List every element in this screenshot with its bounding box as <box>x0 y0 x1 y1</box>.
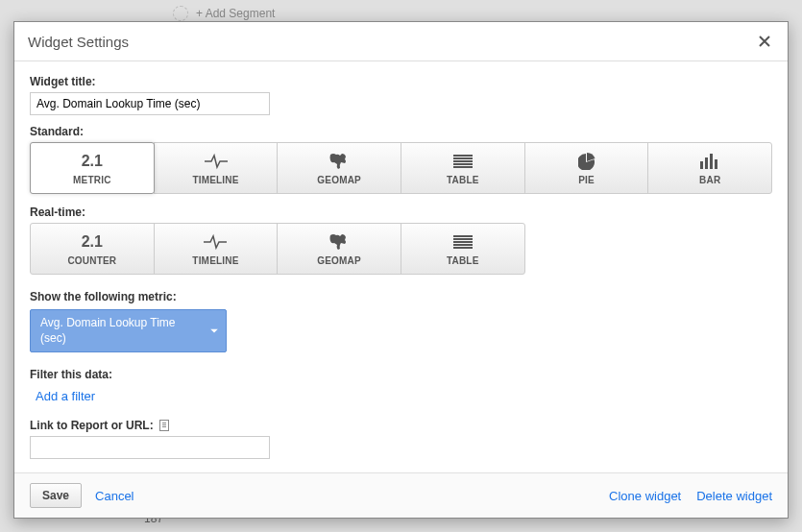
table-icon <box>453 231 473 253</box>
type-rt-table[interactable]: TABLE <box>401 223 525 275</box>
svg-rect-13 <box>453 247 473 249</box>
metric-select[interactable]: Avg. Domain Lookup Time (sec) <box>30 309 227 352</box>
type-caption: GEOMAP <box>317 175 361 185</box>
link-report-label: Link to Report or URL: <box>30 419 154 432</box>
svg-rect-10 <box>453 238 473 240</box>
type-rt-timeline[interactable]: TIMELINE <box>154 223 279 275</box>
geomap-icon <box>328 231 351 253</box>
geomap-icon <box>328 151 351 172</box>
metric-selected: Avg. Domain Lookup Time (sec) <box>40 316 176 345</box>
add-icon <box>173 6 188 21</box>
bar-icon <box>700 151 719 172</box>
close-icon <box>759 36 770 47</box>
timeline-icon <box>203 231 228 253</box>
svg-rect-3 <box>453 163 473 165</box>
svg-rect-12 <box>453 244 473 246</box>
svg-rect-2 <box>453 160 473 162</box>
svg-rect-4 <box>453 166 473 168</box>
svg-rect-6 <box>705 157 708 169</box>
svg-rect-1 <box>453 157 473 159</box>
standard-type-row: 2.1 METRIC TIMELINE GEOMAP TABLE PIE <box>30 142 772 194</box>
svg-rect-11 <box>453 241 473 243</box>
type-timeline[interactable]: TIMELINE <box>154 142 279 194</box>
link-report-input[interactable] <box>30 436 270 459</box>
type-metric[interactable]: 2.1 METRIC <box>30 142 155 194</box>
metric-label: Show the following metric: <box>30 290 772 303</box>
svg-rect-0 <box>453 155 473 157</box>
type-caption: TIMELINE <box>192 175 238 185</box>
save-button[interactable]: Save <box>30 483 82 508</box>
timeline-icon <box>204 151 229 172</box>
svg-rect-7 <box>710 154 713 169</box>
type-caption: TABLE <box>447 255 479 266</box>
add-filter-link[interactable]: Add a filter <box>36 389 95 403</box>
type-caption: TABLE <box>447 175 479 185</box>
chevron-down-icon <box>210 328 218 333</box>
widget-title-input[interactable] <box>30 92 270 115</box>
type-caption: PIE <box>578 175 595 185</box>
type-pie[interactable]: PIE <box>524 142 649 194</box>
realtime-label: Real-time: <box>30 206 772 219</box>
widget-settings-modal: Widget Settings Widget title: Standard: … <box>13 21 789 519</box>
type-caption: TIMELINE <box>192 255 238 266</box>
cancel-link[interactable]: Cancel <box>95 489 134 503</box>
counter-icon: 2.1 <box>82 233 103 251</box>
modal-header: Widget Settings <box>14 22 788 61</box>
svg-rect-9 <box>453 235 473 237</box>
modal-footer: Save Cancel Clone widget Delete widget <box>14 472 788 518</box>
type-caption: BAR <box>699 175 720 185</box>
table-icon <box>453 151 473 172</box>
type-bar[interactable]: BAR <box>647 142 772 194</box>
svg-rect-8 <box>715 159 717 169</box>
type-geomap[interactable]: GEOMAP <box>277 142 401 194</box>
type-counter[interactable]: 2.1 COUNTER <box>30 223 155 275</box>
type-table[interactable]: TABLE <box>401 142 525 194</box>
type-caption: METRIC <box>73 175 111 185</box>
add-segment-label: + Add Segment <box>196 7 275 20</box>
filter-label: Filter this data: <box>30 368 772 381</box>
modal-title: Widget Settings <box>28 34 129 50</box>
document-icon <box>159 420 169 431</box>
delete-widget-link[interactable]: Delete widget <box>696 489 772 503</box>
widget-title-label: Widget title: <box>30 75 772 88</box>
pie-icon <box>578 151 595 172</box>
type-caption: COUNTER <box>67 255 116 266</box>
standard-label: Standard: <box>30 125 772 138</box>
clone-widget-link[interactable]: Clone widget <box>609 489 681 503</box>
svg-rect-5 <box>700 161 703 169</box>
modal-body: Widget title: Standard: 2.1 METRIC TIMEL… <box>14 61 788 472</box>
type-rt-geomap[interactable]: GEOMAP <box>277 223 401 275</box>
close-button[interactable] <box>755 32 774 51</box>
add-segment-button[interactable]: + Add Segment <box>173 4 275 23</box>
type-caption: GEOMAP <box>317 255 361 266</box>
metric-icon: 2.1 <box>82 153 103 170</box>
realtime-type-row: 2.1 COUNTER TIMELINE GEOMAP TABLE <box>30 223 525 275</box>
